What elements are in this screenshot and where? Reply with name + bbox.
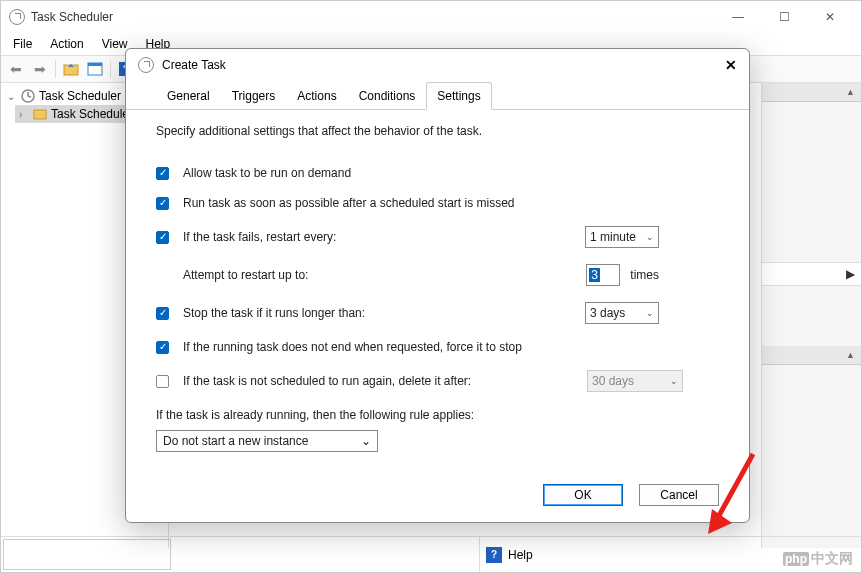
if-fails-label: If the task fails, restart every: (183, 230, 336, 244)
chevron-down-icon: ⌄ (361, 434, 371, 448)
panel-header-2[interactable]: ▲ (762, 346, 861, 365)
forward-icon[interactable]: ➡ (29, 58, 51, 80)
tab-conditions[interactable]: Conditions (348, 82, 427, 110)
if-fails-checkbox[interactable] (156, 231, 169, 244)
title-bar: Task Scheduler — ☐ ✕ (1, 1, 861, 33)
app-clock-icon (9, 9, 25, 25)
dialog-title: Create Task (162, 58, 226, 72)
chevron-down-icon: ⌄ (646, 308, 654, 318)
force-stop-label: If the running task does not end when re… (183, 340, 522, 354)
running-rule-combo[interactable]: Do not start a new instance⌄ (156, 430, 378, 452)
help-status-icon: ? (486, 547, 502, 563)
dialog-close-icon[interactable]: ✕ (725, 57, 737, 73)
stop-longer-label: Stop the task if it runs longer than: (183, 306, 365, 320)
delete-after-label: If the task is not scheduled to run agai… (183, 374, 471, 388)
svg-rect-6 (34, 110, 46, 119)
tab-triggers[interactable]: Triggers (221, 82, 287, 110)
chevron-right-icon: › (19, 109, 29, 120)
tab-settings[interactable]: Settings (426, 82, 491, 110)
menu-action[interactable]: Action (42, 35, 91, 53)
tab-strip: General Triggers Actions Conditions Sett… (126, 81, 749, 110)
minimize-button[interactable]: — (715, 3, 761, 31)
dialog-clock-icon (138, 57, 154, 73)
allow-demand-checkbox[interactable] (156, 167, 169, 180)
folder-up-icon[interactable] (60, 58, 82, 80)
menu-file[interactable]: File (5, 35, 40, 53)
attempt-label: Attempt to restart up to: (183, 268, 308, 282)
settings-description: Specify additional settings that affect … (156, 124, 719, 138)
folder-icon (33, 107, 47, 121)
back-icon[interactable]: ⬅ (5, 58, 27, 80)
tree-root-label: Task Scheduler (L (39, 89, 135, 103)
allow-demand-label: Allow task to be run on demand (183, 166, 351, 180)
panel-header-1[interactable]: ▲ (762, 83, 861, 102)
dialog-title-bar: Create Task ✕ (126, 49, 749, 81)
cancel-button[interactable]: Cancel (639, 484, 719, 506)
chevron-down-icon: ⌄ (646, 232, 654, 242)
times-label: times (630, 268, 659, 282)
restart-interval-combo[interactable]: 1 minute⌄ (585, 226, 659, 248)
create-task-dialog: Create Task ✕ General Triggers Actions C… (125, 48, 750, 523)
ok-button[interactable]: OK (543, 484, 623, 506)
tab-actions[interactable]: Actions (286, 82, 347, 110)
help-label[interactable]: Help (508, 548, 533, 562)
stop-duration-combo[interactable]: 3 days⌄ (585, 302, 659, 324)
run-asap-checkbox[interactable] (156, 197, 169, 210)
tree-child-label: Task Schedule (51, 107, 129, 121)
delete-after-checkbox[interactable] (156, 375, 169, 388)
settings-content: Specify additional settings that affect … (126, 110, 749, 474)
status-bar: ? Help (1, 536, 861, 572)
stop-longer-checkbox[interactable] (156, 307, 169, 320)
force-stop-checkbox[interactable] (156, 341, 169, 354)
window-title: Task Scheduler (31, 10, 113, 24)
svg-rect-2 (88, 63, 102, 66)
show-hide-icon[interactable] (84, 58, 106, 80)
chevron-down-icon: ⌄ (670, 376, 678, 386)
attempt-count-field[interactable]: 3 (586, 264, 620, 286)
clock-icon (21, 89, 35, 103)
run-asap-label: Run task as soon as possible after a sch… (183, 196, 515, 210)
running-rule-label: If the task is already running, then the… (156, 408, 719, 422)
tab-general[interactable]: General (156, 82, 221, 110)
panel-arrow-row[interactable]: ▶ (762, 262, 861, 286)
maximize-button[interactable]: ☐ (761, 3, 807, 31)
delete-duration-combo: 30 days⌄ (587, 370, 683, 392)
watermark: php中文网 (783, 550, 853, 568)
close-button[interactable]: ✕ (807, 3, 853, 31)
actions-panel: ▲ ▶ ▲ (761, 83, 861, 548)
chevron-down-icon: ⌄ (7, 91, 17, 102)
